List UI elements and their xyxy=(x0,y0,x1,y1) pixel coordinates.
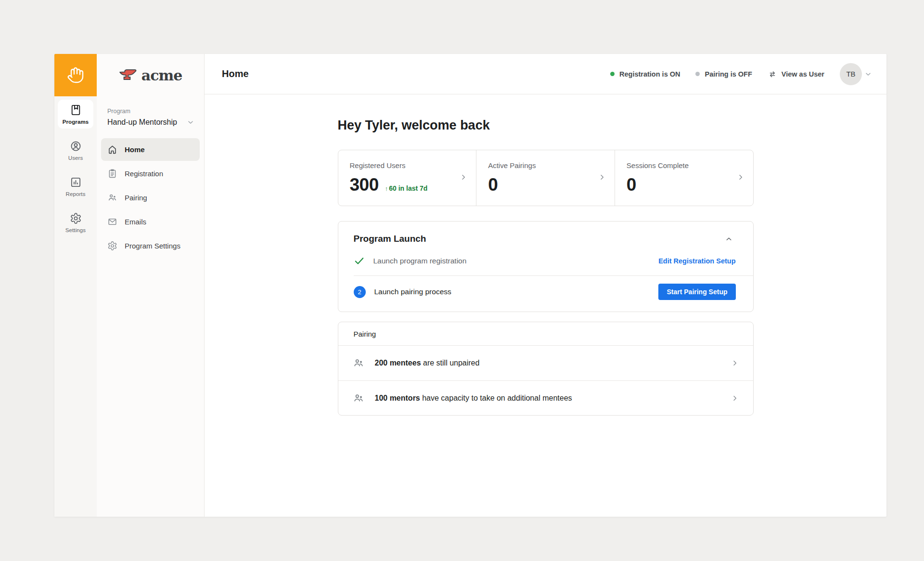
greeting-heading: Hey Tyler, welcome back xyxy=(338,118,754,133)
sidebar-item-label: Pairing xyxy=(125,194,147,202)
main-area: Home Registration is ON Pairing is OFF V… xyxy=(205,54,886,517)
green-status-dot xyxy=(610,72,615,76)
stat-value: 0 xyxy=(488,175,498,195)
anvil-icon xyxy=(119,68,137,82)
stats-row: Registered Users 300 ↑60 in last 7d Acti… xyxy=(338,150,754,206)
stat-label: Sessions Complete xyxy=(627,161,742,170)
rail-item-reports[interactable]: Reports xyxy=(58,172,93,201)
people-icon xyxy=(353,392,364,404)
swap-arrows-icon xyxy=(768,69,777,79)
mentor-capacity-row[interactable]: 100 mentors have capacity to take on add… xyxy=(338,380,753,415)
chevron-right-icon xyxy=(460,173,467,181)
chevron-right-icon xyxy=(598,173,606,181)
launch-step-text: Launch pairing process xyxy=(374,287,451,296)
sidebar-item-registration[interactable]: Registration xyxy=(101,162,200,185)
program-selector-label: Program xyxy=(107,108,194,115)
gear-icon xyxy=(107,241,117,251)
view-as-user-label: View as User xyxy=(782,70,824,78)
gray-status-dot xyxy=(695,72,700,76)
chevron-right-icon xyxy=(731,394,739,402)
pairing-row-highlight: 200 mentees xyxy=(375,359,421,367)
brand-name: acme xyxy=(141,67,182,84)
launch-step-pairing: 2 Launch pairing process Start Pairing S… xyxy=(338,276,753,312)
start-pairing-setup-button[interactable]: Start Pairing Setup xyxy=(658,284,735,300)
stat-card-registered-users[interactable]: Registered Users 300 ↑60 in last 7d xyxy=(338,150,476,206)
page-title: Home xyxy=(222,68,249,79)
program-selector[interactable]: Program Hand-up Mentorship xyxy=(97,96,204,132)
gear-icon xyxy=(70,212,82,224)
rail-item-label: Users xyxy=(68,155,83,161)
envelope-icon xyxy=(107,217,117,227)
sidebar-item-home[interactable]: Home xyxy=(101,138,200,161)
unpaired-mentees-row[interactable]: 200 mentees are still unpaired xyxy=(338,346,753,380)
clipboard-icon xyxy=(107,169,117,179)
pairing-row-text: 200 mentees are still unpaired xyxy=(375,359,480,367)
sidebar-item-label: Home xyxy=(125,145,145,154)
pairing-row-text: 100 mentors have capacity to take on add… xyxy=(375,394,572,403)
rail-item-label: Settings xyxy=(65,227,86,233)
book-icon xyxy=(70,104,82,116)
stat-delta-text: 60 in last 7d xyxy=(389,184,427,192)
rail-item-settings[interactable]: Settings xyxy=(58,208,93,237)
view-as-user-button[interactable]: View as User xyxy=(768,69,824,79)
stat-value: 0 xyxy=(627,175,636,195)
step-number-badge: 2 xyxy=(354,286,366,298)
people-icon xyxy=(353,357,364,369)
sidebar-item-pairing[interactable]: Pairing xyxy=(101,186,200,209)
sidebar-item-emails[interactable]: Emails xyxy=(101,210,200,233)
sidebar-item-label: Registration xyxy=(125,170,163,178)
sidebar-item-program-settings[interactable]: Program Settings xyxy=(101,235,200,257)
pairing-row-rest: have capacity to take on additional ment… xyxy=(420,394,572,402)
rail-item-users[interactable]: Users xyxy=(58,136,93,165)
stat-label: Registered Users xyxy=(350,161,465,170)
edit-registration-setup-link[interactable]: Edit Registration Setup xyxy=(658,257,735,265)
app-window: Programs Users Reports xyxy=(54,54,886,517)
sidebar-item-label: Program Settings xyxy=(125,242,180,250)
pairing-row-rest: are still unpaired xyxy=(421,359,480,367)
stat-label: Active Pairings xyxy=(488,161,603,170)
rail-item-label: Programs xyxy=(63,119,89,125)
app-logo-tile[interactable] xyxy=(54,54,97,96)
chevron-right-icon xyxy=(737,173,744,181)
sidebar-nav: Home Registration Pairing xyxy=(97,132,204,263)
rail-item-label: Reports xyxy=(66,191,86,197)
sidebar-item-label: Emails xyxy=(125,218,146,226)
pairing-row-highlight: 100 mentors xyxy=(375,394,420,402)
content: Hey Tyler, welcome back Registered Users… xyxy=(205,94,886,517)
chevron-down-icon xyxy=(187,118,194,126)
user-circle-icon xyxy=(70,140,82,152)
registration-status: Registration is ON xyxy=(610,70,680,78)
pairing-status-label: Pairing is OFF xyxy=(705,70,752,78)
account-menu[interactable]: TB xyxy=(840,63,872,85)
sidebar: acme Program Hand-up Mentorship Home xyxy=(97,54,205,517)
pairing-card: Pairing 200 mentees are still unpaired xyxy=(338,322,754,416)
brand-logo: acme xyxy=(97,54,204,96)
avatar[interactable]: TB xyxy=(840,63,862,85)
program-launch-card: Program Launch Launch program registrati… xyxy=(338,221,754,312)
stat-delta: ↑60 in last 7d xyxy=(385,184,428,192)
launch-step-text: Launch program registration xyxy=(373,257,467,265)
up-arrow-icon: ↑ xyxy=(385,185,388,192)
launch-step-registration: Launch program registration Edit Registr… xyxy=(338,251,753,271)
program-launch-title: Program Launch xyxy=(354,234,426,244)
rail-nav: Programs Users Reports xyxy=(54,96,97,237)
people-icon xyxy=(107,193,117,203)
chevron-right-icon xyxy=(731,359,739,367)
topbar: Home Registration is ON Pairing is OFF V… xyxy=(205,54,886,94)
rail-item-programs[interactable]: Programs xyxy=(58,100,93,129)
bar-chart-icon xyxy=(70,176,82,188)
program-selector-value: Hand-up Mentorship xyxy=(107,118,177,127)
stat-card-active-pairings[interactable]: Active Pairings 0 xyxy=(476,150,615,206)
registration-status-label: Registration is ON xyxy=(619,70,680,78)
check-icon xyxy=(354,255,365,266)
chevron-up-icon[interactable] xyxy=(725,235,733,243)
pairing-status: Pairing is OFF xyxy=(695,70,752,78)
pairing-card-title: Pairing xyxy=(338,322,753,346)
chevron-down-icon xyxy=(864,70,872,78)
stat-value: 300 xyxy=(350,175,379,195)
home-icon xyxy=(107,144,117,155)
icon-rail: Programs Users Reports xyxy=(54,54,97,517)
stat-card-sessions-complete[interactable]: Sessions Complete 0 xyxy=(615,150,753,206)
hand-icon xyxy=(67,66,84,84)
